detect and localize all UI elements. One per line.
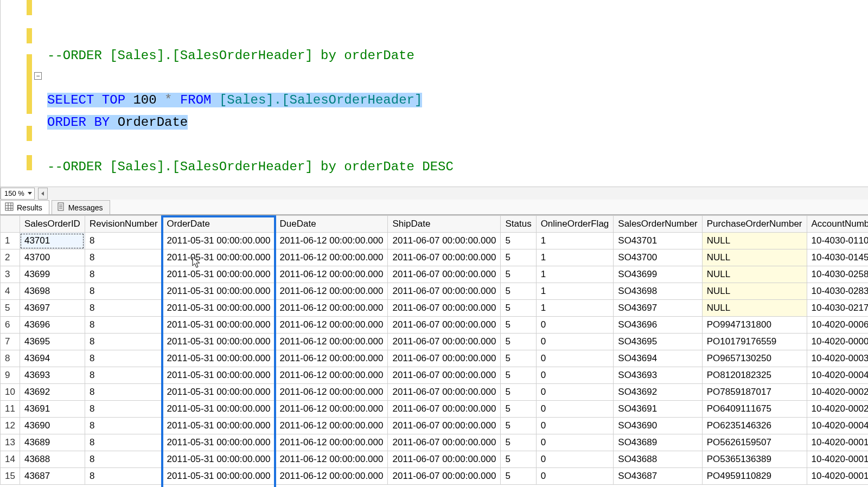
cell[interactable]: 0: [536, 350, 614, 367]
scroll-left-button[interactable]: [38, 188, 48, 200]
table-row[interactable]: 24370082011-05-31 00:00:00.0002011-06-12…: [1, 249, 869, 266]
cell[interactable]: SO43689: [614, 434, 702, 451]
cell[interactable]: 43687: [20, 468, 85, 485]
cell[interactable]: 43689: [20, 434, 85, 451]
cell[interactable]: 5: [501, 468, 536, 485]
cell[interactable]: 43698: [20, 283, 85, 300]
cell[interactable]: 2011-06-07 00:00:00.000: [388, 384, 501, 401]
cell[interactable]: 1: [536, 266, 614, 283]
cell[interactable]: 8: [85, 249, 162, 266]
cell[interactable]: 10-4020-00031: [807, 350, 868, 367]
cell[interactable]: PO9947131800: [702, 317, 807, 334]
cell[interactable]: 2011-05-31 00:00:00.000: [162, 350, 275, 367]
column-header-salesorderid[interactable]: SalesOrderID: [20, 216, 85, 233]
cell[interactable]: 5: [501, 401, 536, 418]
cell[interactable]: 8: [85, 334, 162, 350]
column-header-accountnumber[interactable]: AccountNumber: [807, 216, 868, 233]
cell[interactable]: 2011-06-12 00:00:00.000: [275, 249, 388, 266]
cell[interactable]: 5: [501, 300, 536, 317]
table-row[interactable]: 114369182011-05-31 00:00:00.0002011-06-1…: [1, 401, 869, 418]
column-header-status[interactable]: Status: [501, 216, 536, 233]
cell[interactable]: SO43699: [614, 266, 702, 283]
row-number[interactable]: 5: [1, 300, 20, 317]
row-number[interactable]: 14: [1, 451, 20, 468]
cell[interactable]: SO43697: [614, 300, 702, 317]
cell[interactable]: 0: [536, 434, 614, 451]
cell[interactable]: 10-4020-00048: [807, 367, 868, 384]
table-row[interactable]: 134368982011-05-31 00:00:00.0002011-06-1…: [1, 434, 869, 451]
cell[interactable]: 5: [501, 233, 536, 249]
row-number[interactable]: 4: [1, 283, 20, 300]
cell[interactable]: 43692: [20, 384, 85, 401]
cell[interactable]: 1: [536, 249, 614, 266]
cell[interactable]: 10-4030-01100: [807, 233, 868, 249]
cell[interactable]: 8: [85, 283, 162, 300]
cell[interactable]: 43690: [20, 418, 85, 434]
cell[interactable]: 43695: [20, 334, 85, 350]
cell[interactable]: PO5626159507: [702, 434, 807, 451]
cell[interactable]: 0: [536, 451, 614, 468]
cell[interactable]: 2011-05-31 00:00:00.000: [162, 283, 275, 300]
cell[interactable]: PO5365136389: [702, 451, 807, 468]
cell[interactable]: 10-4020-00016: [807, 468, 868, 485]
cell[interactable]: 5: [501, 283, 536, 300]
cell[interactable]: 2011-06-07 00:00:00.000: [388, 317, 501, 334]
cell[interactable]: 2011-06-07 00:00:00.000: [388, 283, 501, 300]
cell[interactable]: 43696: [20, 317, 85, 334]
row-number[interactable]: 10: [1, 384, 20, 401]
cell[interactable]: SO43695: [614, 334, 702, 350]
cell[interactable]: 2011-05-31 00:00:00.000: [162, 249, 275, 266]
cell[interactable]: 2011-05-31 00:00:00.000: [162, 401, 275, 418]
cell[interactable]: 5: [501, 350, 536, 367]
cell[interactable]: 43691: [20, 401, 85, 418]
cell[interactable]: SO43693: [614, 367, 702, 384]
fold-toggle-icon[interactable]: −: [34, 72, 42, 80]
cell[interactable]: NULL: [702, 233, 807, 249]
cell[interactable]: 1: [536, 300, 614, 317]
cell[interactable]: 8: [85, 418, 162, 434]
cell[interactable]: PO6235146326: [702, 418, 807, 434]
cell[interactable]: 0: [536, 334, 614, 350]
cell[interactable]: PO4959110829: [702, 468, 807, 485]
cell[interactable]: 8: [85, 434, 162, 451]
row-number[interactable]: 11: [1, 401, 20, 418]
cell[interactable]: 5: [501, 334, 536, 350]
cell[interactable]: 8: [85, 317, 162, 334]
cell[interactable]: 2011-05-31 00:00:00.000: [162, 334, 275, 350]
cell[interactable]: 0: [536, 367, 614, 384]
cell[interactable]: SO43694: [614, 350, 702, 367]
cell[interactable]: 2011-06-12 00:00:00.000: [275, 384, 388, 401]
cell[interactable]: 2011-05-31 00:00:00.000: [162, 367, 275, 384]
cell[interactable]: 2011-05-31 00:00:00.000: [162, 434, 275, 451]
row-number[interactable]: 7: [1, 334, 20, 350]
cell[interactable]: 10-4020-00016: [807, 451, 868, 468]
cell[interactable]: 2011-05-31 00:00:00.000: [162, 300, 275, 317]
cell[interactable]: 2011-06-07 00:00:00.000: [388, 249, 501, 266]
cell[interactable]: 2011-06-07 00:00:00.000: [388, 367, 501, 384]
cell[interactable]: 8: [85, 401, 162, 418]
cell[interactable]: 10-4020-00022: [807, 384, 868, 401]
cell[interactable]: SO43701: [614, 233, 702, 249]
cell[interactable]: SO43690: [614, 418, 702, 434]
cell[interactable]: 0: [536, 418, 614, 434]
column-header-orderdate[interactable]: OrderDate: [162, 216, 275, 233]
tab-messages[interactable]: Messages: [52, 200, 110, 214]
row-number[interactable]: 13: [1, 434, 20, 451]
cell[interactable]: NULL: [702, 300, 807, 317]
cell[interactable]: 8: [85, 367, 162, 384]
cell[interactable]: PO8120182325: [702, 367, 807, 384]
cell[interactable]: 8: [85, 350, 162, 367]
cell[interactable]: 0: [536, 384, 614, 401]
cell[interactable]: 0: [536, 401, 614, 418]
cell[interactable]: SO43687: [614, 468, 702, 485]
cell[interactable]: 43700: [20, 249, 85, 266]
cell[interactable]: 1: [536, 283, 614, 300]
cell[interactable]: SO43691: [614, 401, 702, 418]
sql-editor[interactable]: − --ORDER [Sales].[SalesOrderHeader] by …: [0, 0, 868, 200]
cell[interactable]: 2011-06-12 00:00:00.000: [275, 434, 388, 451]
cell[interactable]: 2011-06-12 00:00:00.000: [275, 418, 388, 434]
cell[interactable]: 2011-06-12 00:00:00.000: [275, 233, 388, 249]
cell[interactable]: 2011-06-12 00:00:00.000: [275, 367, 388, 384]
cell[interactable]: 5: [501, 418, 536, 434]
cell[interactable]: 2011-06-07 00:00:00.000: [388, 468, 501, 485]
